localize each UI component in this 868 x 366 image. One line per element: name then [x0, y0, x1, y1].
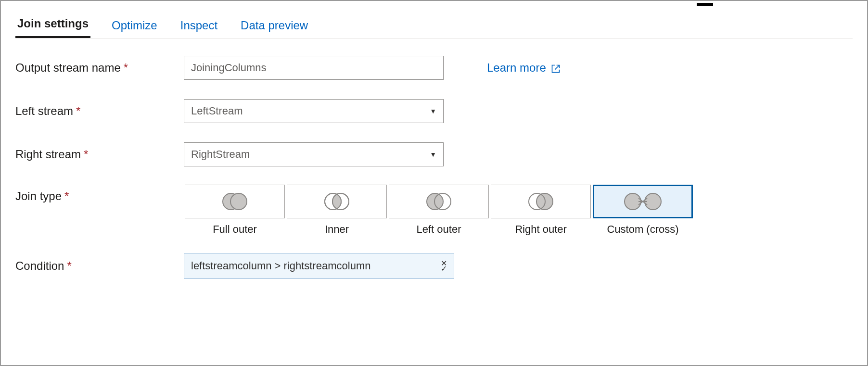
output-stream-input[interactable]: [184, 56, 444, 80]
join-type-label: Right outer: [515, 223, 567, 236]
required-asterisk: *: [76, 104, 80, 117]
tab-optimize[interactable]: Optimize: [110, 19, 159, 38]
join-type-custom-cross: Custom (cross): [592, 185, 694, 236]
form-area: Output stream name* Learn more Left stre…: [15, 55, 853, 279]
join-type-inner-button[interactable]: [287, 185, 387, 218]
full-outer-icon: [218, 192, 252, 211]
window-handle: [697, 3, 713, 6]
join-type-group: Full outer Inner: [184, 185, 694, 236]
condition-input[interactable]: leftstreamcolumn > rightstreamcolumn ✕✓: [184, 253, 454, 279]
left-stream-select[interactable]: LeftStream ▼: [184, 99, 444, 123]
tab-inspect[interactable]: Inspect: [179, 19, 219, 38]
row-join-type: Join type* Full outer: [15, 185, 853, 236]
tab-data-preview[interactable]: Data preview: [239, 19, 310, 38]
join-type-left-outer: Left outer: [388, 185, 490, 236]
svg-point-12: [625, 193, 641, 210]
chevron-down-icon: ▼: [430, 107, 436, 115]
condition-text: leftstreamcolumn > rightstreamcolumn: [191, 260, 371, 272]
svg-point-13: [645, 193, 661, 210]
join-type-right-outer-button[interactable]: [491, 185, 591, 218]
learn-more-link[interactable]: Learn more: [487, 61, 561, 75]
svg-point-1: [230, 193, 247, 210]
required-asterisk: *: [64, 189, 69, 202]
label-right-stream: Right stream*: [15, 148, 184, 161]
required-asterisk: *: [84, 148, 88, 161]
required-asterisk: *: [67, 259, 71, 272]
join-type-label: Inner: [325, 223, 349, 236]
label-output-stream: Output stream name*: [15, 61, 184, 75]
left-stream-value: LeftStream: [191, 105, 243, 117]
right-stream-select[interactable]: RightStream ▼: [184, 142, 444, 166]
label-condition: Condition*: [15, 259, 184, 273]
row-right-stream: Right stream* RightStream ▼: [15, 141, 853, 167]
condition-validate-icon: ✕✓: [441, 261, 447, 271]
right-stream-value: RightStream: [191, 148, 250, 161]
right-outer-icon: [524, 192, 558, 211]
join-type-custom-cross-button[interactable]: [593, 185, 693, 218]
left-outer-icon: [422, 192, 456, 211]
label-text: Join type: [15, 189, 62, 202]
label-text: Right stream: [15, 148, 81, 161]
label-text: Condition: [15, 259, 64, 272]
required-asterisk: *: [124, 61, 128, 74]
label-join-type: Join type*: [15, 185, 184, 203]
join-type-left-outer-button[interactable]: [389, 185, 489, 218]
label-text: Output stream name: [15, 61, 121, 74]
inner-icon: [320, 192, 354, 211]
label-left-stream: Left stream*: [15, 104, 184, 118]
join-type-inner: Inner: [286, 185, 388, 236]
row-left-stream: Left stream* LeftStream ▼: [15, 98, 853, 124]
tab-join-settings[interactable]: Join settings: [15, 17, 90, 38]
row-output-stream: Output stream name* Learn more: [15, 55, 853, 81]
chevron-down-icon: ▼: [430, 151, 436, 158]
row-condition: Condition* leftstreamcolumn > rightstrea…: [15, 253, 853, 279]
learn-more-text: Learn more: [487, 61, 546, 75]
cross-join-icon: [621, 192, 664, 211]
tabs-bar: Join settings Optimize Inspect Data prev…: [15, 13, 853, 38]
join-type-label: Custom (cross): [607, 223, 678, 236]
join-type-label: Full outer: [213, 223, 257, 236]
join-type-label: Left outer: [417, 223, 461, 236]
join-type-right-outer: Right outer: [490, 185, 592, 236]
join-type-full-outer: Full outer: [184, 185, 286, 236]
join-type-full-outer-button[interactable]: [185, 185, 285, 218]
label-text: Left stream: [15, 104, 73, 117]
external-link-icon: [551, 63, 561, 73]
